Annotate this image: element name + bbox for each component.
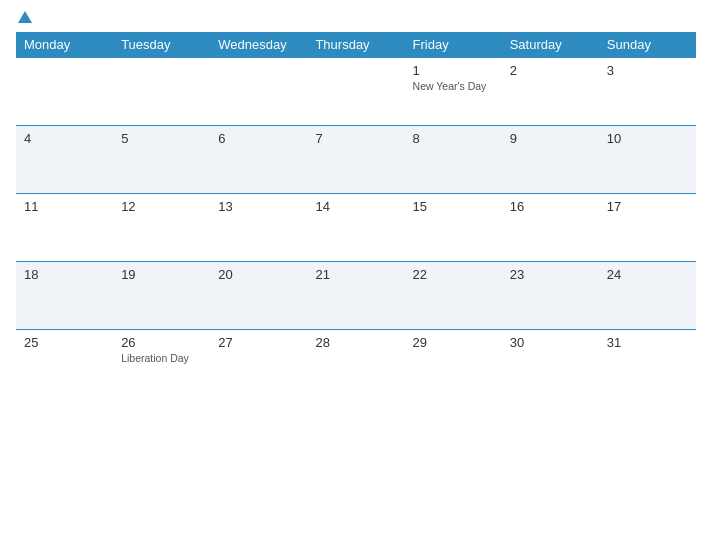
calendar-body: 1New Year's Day2345678910111213141516171… bbox=[16, 58, 696, 398]
calendar-cell: 20 bbox=[210, 262, 307, 330]
day-number: 2 bbox=[510, 63, 591, 78]
day-number: 24 bbox=[607, 267, 688, 282]
calendar-cell: 9 bbox=[502, 126, 599, 194]
calendar-table: MondayTuesdayWednesdayThursdayFridaySatu… bbox=[16, 32, 696, 398]
calendar-header: MondayTuesdayWednesdayThursdayFridaySatu… bbox=[16, 32, 696, 58]
calendar-cell: 12 bbox=[113, 194, 210, 262]
holiday-label: New Year's Day bbox=[413, 80, 494, 93]
day-number: 27 bbox=[218, 335, 299, 350]
week-row-3: 11121314151617 bbox=[16, 194, 696, 262]
day-number: 22 bbox=[413, 267, 494, 282]
dow-header-wednesday: Wednesday bbox=[210, 32, 307, 58]
day-number: 13 bbox=[218, 199, 299, 214]
calendar-cell: 1New Year's Day bbox=[405, 58, 502, 126]
day-number: 9 bbox=[510, 131, 591, 146]
day-number: 25 bbox=[24, 335, 105, 350]
calendar-cell bbox=[307, 58, 404, 126]
calendar-cell: 18 bbox=[16, 262, 113, 330]
dow-header-sunday: Sunday bbox=[599, 32, 696, 58]
calendar-cell: 29 bbox=[405, 330, 502, 398]
calendar-cell: 11 bbox=[16, 194, 113, 262]
days-of-week-row: MondayTuesdayWednesdayThursdayFridaySatu… bbox=[16, 32, 696, 58]
week-row-5: 2526Liberation Day2728293031 bbox=[16, 330, 696, 398]
calendar-cell: 4 bbox=[16, 126, 113, 194]
calendar-cell: 17 bbox=[599, 194, 696, 262]
calendar-cell: 25 bbox=[16, 330, 113, 398]
calendar-cell: 21 bbox=[307, 262, 404, 330]
dow-header-monday: Monday bbox=[16, 32, 113, 58]
day-number: 31 bbox=[607, 335, 688, 350]
calendar-cell bbox=[16, 58, 113, 126]
day-number: 17 bbox=[607, 199, 688, 214]
day-number: 14 bbox=[315, 199, 396, 214]
day-number: 8 bbox=[413, 131, 494, 146]
calendar-cell: 23 bbox=[502, 262, 599, 330]
calendar-cell: 26Liberation Day bbox=[113, 330, 210, 398]
calendar-cell: 31 bbox=[599, 330, 696, 398]
dow-header-tuesday: Tuesday bbox=[113, 32, 210, 58]
calendar-cell: 19 bbox=[113, 262, 210, 330]
calendar-cell: 13 bbox=[210, 194, 307, 262]
day-number: 21 bbox=[315, 267, 396, 282]
calendar-cell: 16 bbox=[502, 194, 599, 262]
calendar-cell: 2 bbox=[502, 58, 599, 126]
dow-header-thursday: Thursday bbox=[307, 32, 404, 58]
logo bbox=[16, 12, 32, 24]
day-number: 28 bbox=[315, 335, 396, 350]
calendar-cell: 30 bbox=[502, 330, 599, 398]
holiday-label: Liberation Day bbox=[121, 352, 202, 365]
day-number: 23 bbox=[510, 267, 591, 282]
day-number: 26 bbox=[121, 335, 202, 350]
day-number: 5 bbox=[121, 131, 202, 146]
day-number: 12 bbox=[121, 199, 202, 214]
page: MondayTuesdayWednesdayThursdayFridaySatu… bbox=[0, 0, 712, 550]
day-number: 6 bbox=[218, 131, 299, 146]
day-number: 7 bbox=[315, 131, 396, 146]
day-number: 4 bbox=[24, 131, 105, 146]
day-number: 29 bbox=[413, 335, 494, 350]
calendar-cell: 15 bbox=[405, 194, 502, 262]
day-number: 20 bbox=[218, 267, 299, 282]
dow-header-friday: Friday bbox=[405, 32, 502, 58]
calendar-cell: 5 bbox=[113, 126, 210, 194]
dow-header-saturday: Saturday bbox=[502, 32, 599, 58]
logo-triangle-icon bbox=[18, 11, 32, 23]
day-number: 1 bbox=[413, 63, 494, 78]
week-row-1: 1New Year's Day23 bbox=[16, 58, 696, 126]
calendar-cell: 22 bbox=[405, 262, 502, 330]
day-number: 19 bbox=[121, 267, 202, 282]
header bbox=[16, 12, 696, 24]
calendar-cell: 7 bbox=[307, 126, 404, 194]
calendar-cell: 3 bbox=[599, 58, 696, 126]
calendar-cell: 27 bbox=[210, 330, 307, 398]
week-row-2: 45678910 bbox=[16, 126, 696, 194]
day-number: 18 bbox=[24, 267, 105, 282]
calendar-cell bbox=[210, 58, 307, 126]
day-number: 11 bbox=[24, 199, 105, 214]
day-number: 16 bbox=[510, 199, 591, 214]
day-number: 30 bbox=[510, 335, 591, 350]
calendar-cell: 28 bbox=[307, 330, 404, 398]
day-number: 3 bbox=[607, 63, 688, 78]
day-number: 10 bbox=[607, 131, 688, 146]
calendar-cell: 10 bbox=[599, 126, 696, 194]
calendar-cell: 24 bbox=[599, 262, 696, 330]
calendar-cell: 8 bbox=[405, 126, 502, 194]
calendar-cell: 6 bbox=[210, 126, 307, 194]
calendar-cell: 14 bbox=[307, 194, 404, 262]
week-row-4: 18192021222324 bbox=[16, 262, 696, 330]
calendar-cell bbox=[113, 58, 210, 126]
day-number: 15 bbox=[413, 199, 494, 214]
